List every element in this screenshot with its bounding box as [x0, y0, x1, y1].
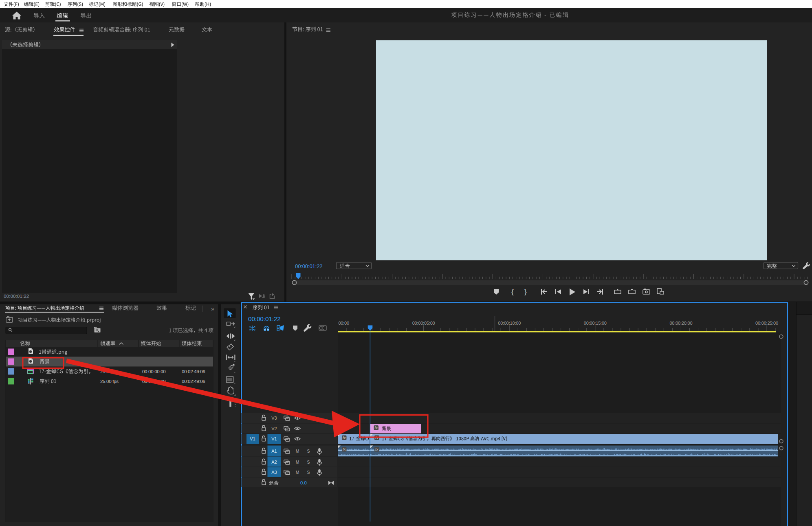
svg-text:00:00:20:00: 00:00:20:00: [669, 321, 692, 326]
svg-text:V3: V3: [271, 416, 277, 420]
svg-text:»: »: [211, 306, 214, 312]
svg-text:M: M: [296, 449, 299, 453]
svg-text:A3: A3: [271, 470, 277, 475]
svg-text:fx: fx: [343, 436, 346, 440]
svg-text:S: S: [307, 460, 310, 464]
svg-text:{: {: [511, 288, 514, 295]
svg-text:00:02:49:06: 00:02:49:06: [182, 379, 205, 384]
svg-text:V2: V2: [271, 426, 277, 431]
svg-text:00:00:25:00: 00:00:25:00: [755, 321, 778, 326]
svg-text:A2: A2: [271, 460, 277, 464]
svg-text:fx: fx: [375, 447, 379, 451]
svg-text:00:00:15:00: 00:00:15:00: [584, 321, 607, 326]
svg-text:fx: fx: [375, 425, 378, 430]
svg-text:V1: V1: [250, 436, 255, 441]
svg-text:00:00:01:22: 00:00:01:22: [4, 293, 29, 299]
svg-text:00:00:01:22: 00:00:01:22: [295, 263, 322, 269]
svg-text:00:02:49:06: 00:02:49:06: [182, 369, 205, 374]
svg-text:00:00:00:00: 00:00:00:00: [326, 321, 349, 326]
svg-text:}: }: [524, 288, 527, 295]
svg-text:00:00:01:22: 00:00:01:22: [248, 315, 281, 322]
svg-text:A1: A1: [271, 449, 277, 453]
svg-text:V1: V1: [271, 436, 277, 441]
svg-text:0.0: 0.0: [300, 480, 307, 485]
svg-text:S: S: [307, 470, 310, 475]
svg-text:00:00:10:00: 00:00:10:00: [498, 321, 521, 326]
svg-text:25.00 fps: 25.00 fps: [100, 379, 119, 384]
svg-text:fx: fx: [343, 447, 346, 451]
svg-text:M: M: [296, 470, 299, 475]
svg-text:M: M: [296, 460, 299, 464]
svg-text:00:00:05:00: 00:00:05:00: [412, 321, 435, 326]
svg-text:00:00:00:00: 00:00:00:00: [142, 369, 165, 374]
svg-text:S: S: [307, 449, 310, 453]
